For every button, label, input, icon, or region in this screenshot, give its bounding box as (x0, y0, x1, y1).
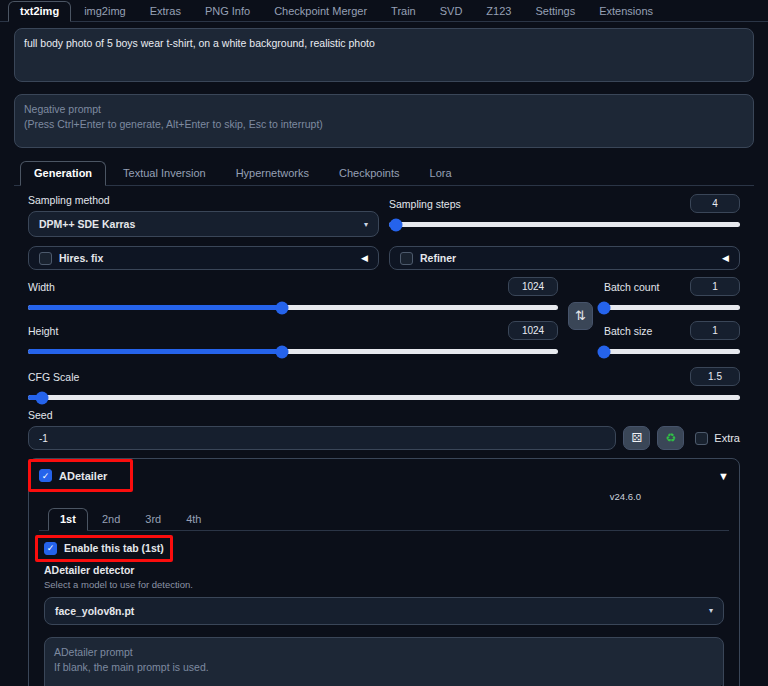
generation-panel: Sampling method DPM++ SDE Karras ▾ Sampl… (14, 186, 754, 686)
sampling-method-dropdown[interactable]: DPM++ SDE Karras ▾ (28, 211, 379, 237)
tab-checkpoints[interactable]: Checkpoints (326, 162, 413, 185)
width-label: Width (28, 281, 55, 293)
width-slider[interactable] (28, 305, 558, 310)
adetailer-title: ADetailer (59, 470, 107, 482)
adetailer-tab-2nd[interactable]: 2nd (91, 509, 131, 530)
slider-knob[interactable] (390, 218, 403, 231)
adetailer-tab-1st[interactable]: 1st (48, 508, 88, 531)
adetailer-checkbox[interactable]: ✓ (39, 469, 52, 482)
slider-knob[interactable] (276, 301, 289, 314)
prompt-input[interactable]: full body photo of 5 boys wear t-shirt, … (14, 28, 754, 82)
adetailer-model-value: face_yolov8n.pt (55, 605, 134, 617)
main-tab-bar: txt2img img2img Extras PNG Info Checkpoi… (0, 0, 768, 22)
tab-svd[interactable]: SVD (429, 2, 474, 21)
batch-count-number-input[interactable] (690, 277, 740, 296)
sampling-steps-slider[interactable] (389, 222, 740, 227)
batch-size-slider[interactable] (604, 349, 740, 354)
tab-train[interactable]: Train (380, 2, 427, 21)
slider-knob[interactable] (598, 301, 611, 314)
enable-tab-label: Enable this tab (1st) (64, 542, 164, 554)
tab-textual-inversion[interactable]: Textual Inversion (110, 162, 219, 185)
reuse-seed-button[interactable]: ♻ (657, 426, 684, 450)
random-seed-button[interactable]: ⚄ (623, 426, 650, 450)
generation-tab-bar: Generation Textual Inversion Hypernetwor… (14, 161, 754, 186)
sampling-method-label: Sampling method (28, 194, 379, 206)
seed-label: Seed (28, 409, 740, 421)
adetailer-detector-info: Select a model to use for detection. (44, 579, 724, 590)
width-number-input[interactable] (508, 277, 558, 296)
seed-input[interactable] (28, 426, 616, 450)
tab-settings[interactable]: Settings (524, 2, 586, 21)
adetailer-tab-4th[interactable]: 4th (175, 509, 212, 530)
tab-png-info[interactable]: PNG Info (194, 2, 261, 21)
sampling-steps-group: Sampling steps (389, 194, 740, 237)
dice-icon: ⚄ (632, 431, 642, 445)
adetailer-tab-bar: 1st 2nd 3rd 4th (39, 508, 729, 531)
batch-count-label: Batch count (604, 281, 659, 293)
adetailer-model-dropdown[interactable]: face_yolov8n.pt ▾ (44, 597, 724, 625)
batch-count-slider[interactable] (604, 305, 740, 310)
batch-size-number-input[interactable] (690, 321, 740, 340)
batch-column: Batch count Batch size (604, 277, 740, 354)
cfg-scale-slider[interactable] (28, 395, 740, 400)
dimension-column: Width Height (28, 277, 558, 354)
slider-fill (28, 349, 282, 354)
adetailer-detector-label: ADetailer detector (44, 564, 724, 576)
enable-tab-checkbox[interactable]: ✓ (44, 542, 57, 555)
sampling-steps-label: Sampling steps (389, 198, 461, 210)
chevron-down-icon: ▾ (709, 606, 713, 615)
tab-lora[interactable]: Lora (417, 162, 465, 185)
adetailer-tab-3rd[interactable]: 3rd (134, 509, 172, 530)
tab-checkpoint-merger[interactable]: Checkpoint Merger (263, 2, 378, 21)
refiner-checkbox[interactable] (400, 252, 413, 265)
refiner-label: Refiner (420, 252, 456, 264)
height-group: Height (28, 321, 558, 354)
hires-fix-checkbox[interactable] (39, 252, 52, 265)
extra-seed-checkbox[interactable] (695, 432, 708, 445)
accordion-expanded-icon[interactable]: ▼ (718, 470, 729, 482)
batch-size-label: Batch size (604, 325, 652, 337)
adetailer-tab-content: ✓ Enable this tab (1st) ADetailer detect… (39, 531, 729, 686)
recycle-icon: ♻ (665, 431, 676, 445)
adetailer-prompt-input[interactable] (44, 637, 724, 686)
sampling-steps-number-input[interactable] (690, 194, 740, 213)
adetailer-accordion: ✓ ADetailer ▼ v24.6.0 1st 2nd 3rd 4th ✓ … (28, 458, 740, 686)
slider-knob[interactable] (598, 345, 611, 358)
height-number-input[interactable] (508, 321, 558, 340)
cfg-scale-number-input[interactable] (690, 367, 740, 386)
chevron-down-icon: ▾ (364, 220, 368, 229)
swap-icon: ⇅ (575, 308, 586, 323)
refiner-accordion[interactable]: Refiner ◀ (389, 246, 740, 270)
batch-count-group: Batch count (604, 277, 740, 310)
width-group: Width (28, 277, 558, 310)
adetailer-header: ✓ ADetailer (39, 467, 107, 484)
tab-extensions[interactable]: Extensions (588, 2, 664, 21)
hires-fix-accordion[interactable]: Hires. fix ◀ (28, 246, 379, 270)
tab-hypernetworks[interactable]: Hypernetworks (223, 162, 322, 185)
tab-txt2img[interactable]: txt2img (8, 1, 71, 22)
height-slider[interactable] (28, 349, 558, 354)
adetailer-version: v24.6.0 (39, 491, 729, 502)
swap-dimensions-button[interactable]: ⇅ (568, 302, 593, 330)
txt2img-panel: full body photo of 5 boys wear t-shirt, … (0, 22, 768, 686)
cfg-scale-label: CFG Scale (28, 371, 79, 383)
accordion-collapsed-icon[interactable]: ◀ (361, 253, 368, 263)
sampling-method-group: Sampling method DPM++ SDE Karras ▾ (28, 194, 379, 237)
slider-knob[interactable] (276, 345, 289, 358)
slider-knob[interactable] (36, 391, 49, 404)
hires-fix-label: Hires. fix (59, 252, 103, 264)
height-label: Height (28, 325, 58, 337)
cfg-scale-group: CFG Scale (28, 367, 740, 400)
slider-fill (28, 305, 282, 310)
tab-z123[interactable]: Z123 (475, 2, 522, 21)
enable-tab-row: ✓ Enable this tab (1st) (44, 542, 164, 555)
tab-generation[interactable]: Generation (20, 161, 106, 186)
seed-group: Seed ⚄ ♻ Extra (28, 409, 740, 450)
negative-prompt-input[interactable] (14, 94, 754, 148)
tab-img2img[interactable]: img2img (73, 2, 137, 21)
tab-extras[interactable]: Extras (139, 2, 192, 21)
sampling-method-value: DPM++ SDE Karras (39, 218, 135, 230)
batch-size-group: Batch size (604, 321, 740, 354)
accordion-collapsed-icon[interactable]: ◀ (722, 253, 729, 263)
extra-seed-label: Extra (714, 432, 740, 444)
